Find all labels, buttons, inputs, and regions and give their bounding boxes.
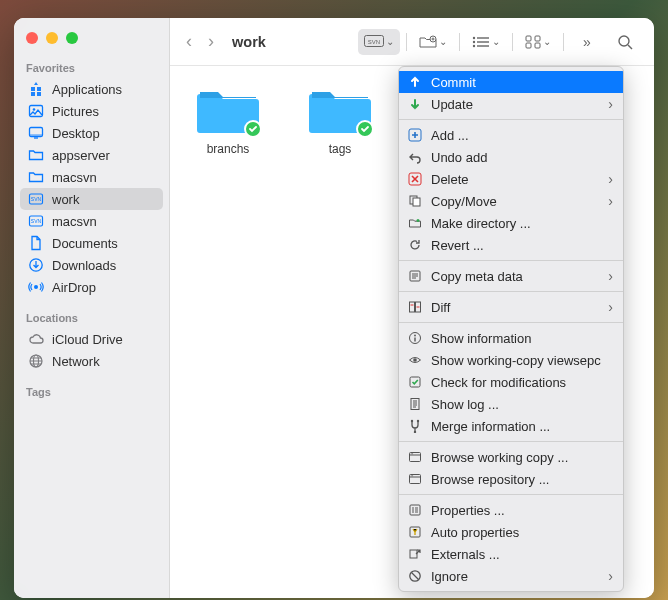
sidebar-item-label: iCloud Drive xyxy=(52,332,123,347)
svg-rect-21 xyxy=(526,36,531,41)
menu-item-show-information[interactable]: Show information xyxy=(399,327,623,349)
menu-item-copy-meta-data[interactable]: Copy meta data› xyxy=(399,265,623,287)
up-green-icon xyxy=(407,74,423,90)
svg-point-40 xyxy=(414,431,416,433)
menu-item-browse-working-copy[interactable]: Browse working copy ... xyxy=(399,446,623,468)
back-button[interactable]: ‹ xyxy=(182,31,196,52)
menu-item-label: Add ... xyxy=(431,128,469,143)
zoom-window-button[interactable] xyxy=(66,32,78,44)
sidebar-item-pictures[interactable]: Pictures xyxy=(20,100,163,122)
ext-icon xyxy=(407,546,423,562)
menu-item-label: Diff xyxy=(431,300,450,315)
menu-separator xyxy=(399,119,623,120)
pictures-icon xyxy=(28,103,44,119)
menu-separator xyxy=(399,322,623,323)
menu-item-properties[interactable]: Properties ... xyxy=(399,499,623,521)
chevron-right-icon: › xyxy=(608,568,613,584)
menu-item-browse-repository[interactable]: Browse repository ... xyxy=(399,468,623,490)
menu-item-diff[interactable]: Diff› xyxy=(399,296,623,318)
menu-item-show-working-copy-viewsepc[interactable]: Show working-copy viewsepc xyxy=(399,349,623,371)
revert-icon xyxy=(407,237,423,253)
checkmark-badge-icon xyxy=(244,120,262,138)
sidebar-item-airdrop[interactable]: AirDrop xyxy=(20,276,163,298)
close-window-button[interactable] xyxy=(26,32,38,44)
sidebar-item-label: appserver xyxy=(52,148,110,163)
menu-item-delete[interactable]: Delete› xyxy=(399,168,623,190)
desktop-icon xyxy=(28,125,44,141)
menu-separator xyxy=(399,494,623,495)
chevron-down-icon: ⌄ xyxy=(386,36,394,47)
sidebar-item-documents[interactable]: Documents xyxy=(20,232,163,254)
sidebar-item-work[interactable]: SVNwork xyxy=(20,188,163,210)
view-mode-button[interactable]: ⌄ xyxy=(519,29,557,55)
menu-item-make-directory[interactable]: Make directory ... xyxy=(399,212,623,234)
window-controls xyxy=(14,28,169,58)
sidebar-section-title: Favorites xyxy=(14,58,169,78)
svg-point-38 xyxy=(411,420,413,422)
svg-text:SVN: SVN xyxy=(368,38,380,44)
menu-separator xyxy=(399,260,623,261)
sidebar-item-appserver[interactable]: appserver xyxy=(20,144,163,166)
chevron-right-icon: › xyxy=(608,268,613,284)
sidebar-item-downloads[interactable]: Downloads xyxy=(20,254,163,276)
folder-item[interactable]: branchs xyxy=(188,84,268,156)
toolbar: ‹ › work SVN ⌄ ⌄ ⌄ xyxy=(170,18,654,66)
checkmark-badge-icon xyxy=(356,120,374,138)
sidebar-item-label: Network xyxy=(52,354,100,369)
forward-button[interactable]: › xyxy=(204,31,218,52)
sidebar-item-label: Downloads xyxy=(52,258,116,273)
menu-item-show-log[interactable]: Show log ... xyxy=(399,393,623,415)
sidebar-item-label: macsvn xyxy=(52,214,97,229)
menu-item-label: Check for modifications xyxy=(431,375,566,390)
doc-icon xyxy=(28,235,44,251)
sidebar-item-label: AirDrop xyxy=(52,280,96,295)
menu-item-update[interactable]: Update› xyxy=(399,93,623,115)
svg-rect-3 xyxy=(30,134,43,137)
menu-item-label: Show information xyxy=(431,331,531,346)
info-icon xyxy=(407,330,423,346)
merge-icon xyxy=(407,418,423,434)
sidebar-item-label: Desktop xyxy=(52,126,100,141)
diff-icon xyxy=(407,299,423,315)
svg-rect-22 xyxy=(535,36,540,41)
folder-icon xyxy=(308,84,372,136)
menu-item-copy-move[interactable]: Copy/Move› xyxy=(399,190,623,212)
svg-rect-18 xyxy=(477,41,489,42)
menu-item-ignore[interactable]: Ignore› xyxy=(399,565,623,587)
svn-menu-button[interactable]: SVN ⌄ xyxy=(358,29,400,55)
menu-item-label: Ignore xyxy=(431,569,468,584)
sidebar-item-network[interactable]: Network xyxy=(20,350,163,372)
menu-item-label: Show working-copy viewsepc xyxy=(431,353,601,368)
svg-rect-16 xyxy=(477,37,489,38)
chevron-right-icon: › xyxy=(608,193,613,209)
sidebar-item-desktop[interactable]: Desktop xyxy=(20,122,163,144)
location-title: work xyxy=(232,34,350,50)
menu-item-auto-properties[interactable]: Auto properties xyxy=(399,521,623,543)
folder-label: branchs xyxy=(207,142,250,156)
svg-point-43 xyxy=(412,453,413,454)
overflow-button[interactable]: » xyxy=(570,29,604,55)
new-folder-button[interactable]: ⌄ xyxy=(413,29,453,55)
sidebar-item-icloud-drive[interactable]: iCloud Drive xyxy=(20,328,163,350)
menu-item-label: Update xyxy=(431,97,473,112)
sidebar-item-macsvn[interactable]: macsvn xyxy=(20,166,163,188)
undo-icon xyxy=(407,149,423,165)
menu-item-revert[interactable]: Revert ... xyxy=(399,234,623,256)
sidebar-item-applications[interactable]: Applications xyxy=(20,78,163,100)
menu-item-merge-information[interactable]: Merge information ... xyxy=(399,415,623,437)
menu-item-add[interactable]: Add ... xyxy=(399,124,623,146)
mkdir-icon xyxy=(407,215,423,231)
menu-item-undo-add[interactable]: Undo add xyxy=(399,146,623,168)
menu-item-check-for-modifications[interactable]: Check for modifications xyxy=(399,371,623,393)
chevron-right-icon: › xyxy=(608,171,613,187)
svg-rect-24 xyxy=(535,43,540,48)
sidebar-item-label: macsvn xyxy=(52,170,97,185)
menu-item-label: Make directory ... xyxy=(431,216,531,231)
folder-item[interactable]: tags xyxy=(300,84,380,156)
sidebar-item-macsvn[interactable]: SVNmacsvn xyxy=(20,210,163,232)
minimize-window-button[interactable] xyxy=(46,32,58,44)
view-options-button[interactable]: ⌄ xyxy=(466,29,506,55)
search-button[interactable] xyxy=(608,29,642,55)
menu-item-commit[interactable]: Commit xyxy=(399,71,623,93)
menu-item-externals[interactable]: Externals ... xyxy=(399,543,623,565)
